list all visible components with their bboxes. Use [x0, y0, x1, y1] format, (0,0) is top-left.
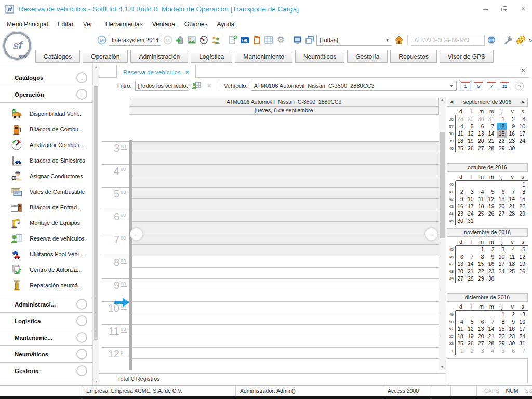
calendar-day[interactable]: 13 — [476, 325, 487, 333]
menu-item-1[interactable]: Menú Principal — [2, 19, 52, 30]
calendar-day[interactable]: 21 — [507, 203, 517, 210]
calendar-day[interactable]: 14 — [466, 260, 476, 268]
toolbar-overflow-button[interactable]: » — [527, 36, 532, 44]
calendar-day[interactable]: 12 — [487, 195, 497, 203]
calendar-day[interactable]: 22 — [517, 203, 528, 210]
calendar-day[interactable]: 2 — [507, 311, 517, 318]
sidebar-item-vales-de-combustible[interactable]: Vales de Combustible — [0, 184, 92, 200]
calendar-day[interactable]: 11 — [476, 195, 487, 203]
calendar-day[interactable]: 16 — [507, 325, 517, 333]
tab-close-icon[interactable]: × — [185, 69, 189, 76]
calendar-day[interactable]: 7 — [487, 318, 497, 326]
calendar-day[interactable]: 2 — [466, 347, 476, 355]
calendar-day[interactable]: 14 — [487, 325, 497, 333]
time-slot[interactable] — [132, 279, 439, 290]
calendar-day[interactable]: 7 — [507, 188, 517, 196]
calendar-day[interactable]: 9 — [507, 318, 517, 326]
calendar-day[interactable]: 4 — [507, 246, 517, 254]
calendar-day[interactable]: 16 — [487, 260, 497, 268]
time-slot[interactable] — [132, 165, 439, 176]
menu-item-6[interactable]: Guiones — [180, 19, 212, 30]
menu-item-5[interactable]: Ventana — [148, 19, 180, 30]
sidebar-section-mantenimie-[interactable]: Mantenimie...↓ — [0, 329, 92, 346]
calendar-day[interactable]: 15 — [497, 325, 507, 333]
module-tab-mantenimiento[interactable]: Mantenimiento — [235, 50, 292, 63]
calendar-day[interactable]: 8 — [476, 253, 487, 261]
menu-item-3[interactable]: Ver — [78, 19, 97, 30]
calendar-day[interactable]: 19 — [466, 137, 476, 145]
m-badge-disabled-icon[interactable]: M — [163, 35, 173, 45]
calendar-day[interactable]: 5 — [466, 123, 476, 130]
calendar-day[interactable]: 6 — [507, 347, 517, 355]
calendar-day[interactable]: 31 — [517, 340, 528, 348]
close-icon[interactable]: × — [520, 6, 527, 12]
menu-item-4[interactable]: Herramientas — [101, 19, 148, 30]
sidebar-section-cat-logos[interactable]: Catálogos↓ — [0, 70, 92, 86]
calendar-day[interactable]: 24 — [497, 268, 507, 275]
calendar-day[interactable]: 9 — [507, 123, 517, 130]
sidebar-item-asignar-conductores[interactable]: Asignar Conductores — [0, 168, 92, 184]
windows-cascade-icon[interactable] — [304, 35, 315, 45]
calendar-day[interactable]: 27 — [476, 340, 487, 348]
calendar-day[interactable]: 24 — [517, 332, 528, 340]
sidebar-item-bitácora-de-entrad[interactable]: Bitácora de Entrad... — [0, 200, 92, 215]
calendar-day[interactable]: 7 — [466, 253, 476, 261]
calendar-day[interactable]: 24 — [466, 210, 476, 218]
calendar-day[interactable]: 17 — [466, 203, 476, 210]
calendar-day[interactable]: 11 — [456, 130, 466, 138]
m-badge-icon[interactable]: M — [97, 35, 107, 45]
calendar-day[interactable]: 14 — [507, 195, 517, 203]
time-slot[interactable] — [132, 233, 439, 245]
calendar-day[interactable]: 6 — [497, 188, 507, 196]
calendar-day[interactable]: 5 — [497, 347, 507, 355]
time-slot[interactable] — [132, 199, 439, 210]
calendar-next-icon[interactable]: ▶ — [522, 99, 525, 106]
calendar-day[interactable]: 28 — [456, 115, 466, 123]
calendar-day[interactable]: 28 — [487, 340, 497, 348]
sidebar-scroll-thumb[interactable] — [94, 86, 98, 340]
calendar-day[interactable]: 26 — [487, 210, 497, 218]
calendar-day[interactable]: 6 — [476, 318, 487, 326]
fuel-can-icon[interactable] — [175, 35, 185, 45]
calendar-day[interactable]: 1 — [476, 246, 487, 254]
calendar-day[interactable]: 20 — [497, 203, 507, 210]
calendar-day[interactable]: 26 — [466, 340, 476, 348]
calendar-day[interactable]: 8 — [517, 188, 528, 196]
calendar-day[interactable]: 23 — [456, 210, 466, 218]
calendar-day[interactable]: 25 — [507, 268, 517, 275]
calendar-day[interactable]: 2 — [507, 115, 517, 123]
calendar-day[interactable]: 19 — [487, 203, 497, 210]
sidebar-section-neum-ticos[interactable]: Neumáticos↓ — [0, 346, 92, 363]
calendar-day[interactable]: 15 — [476, 260, 487, 268]
calendar-day[interactable]: 10 — [517, 318, 528, 326]
calendar-day[interactable]: 1 — [456, 347, 466, 355]
calendar-day[interactable]: 29 — [466, 115, 476, 123]
module-tab-gestor-a[interactable]: Gestoría — [347, 50, 388, 63]
sidebar-item-disponibilidad-vehi[interactable]: Disponibilidad Vehi... — [0, 106, 92, 122]
calendar-day[interactable]: 28 — [507, 210, 517, 218]
calendar-day[interactable]: 4 — [456, 318, 466, 326]
people-group-icon[interactable] — [210, 35, 221, 45]
calendar-day[interactable]: 29 — [517, 210, 528, 218]
scroll-up-icon[interactable]: ▲ — [439, 97, 445, 103]
calendar-day[interactable]: 20 — [476, 332, 487, 340]
sidebar-section-logistica[interactable]: Logistica↓ — [0, 313, 92, 329]
scheduler-scrollbar[interactable]: ▲ ▼ — [439, 97, 446, 370]
calendar-day[interactable]: 25 — [476, 210, 487, 218]
calendar-day[interactable]: 10 — [517, 123, 528, 130]
calendar-day[interactable]: 17 — [517, 325, 528, 333]
calendar-day[interactable]: 11 — [507, 253, 517, 261]
calendar-day[interactable]: 5 — [487, 188, 497, 196]
calendar-day[interactable]: 5 — [466, 318, 476, 326]
doc-new-icon[interactable] — [228, 35, 238, 45]
module-tab-cat-logos[interactable]: Catálogos — [35, 50, 80, 63]
calendar-day[interactable]: 23 — [507, 137, 517, 145]
sidebar-section-gestor-a[interactable]: Gestoría↓ — [0, 363, 92, 379]
time-slot[interactable] — [132, 290, 439, 302]
next-day-button[interactable]: → — [425, 228, 438, 241]
calendar-day[interactable]: 23 — [487, 268, 497, 275]
calendar-day[interactable]: 4 — [456, 123, 466, 130]
sidebar-item-reserva-de-vehículos[interactable]: Reserva de vehículos — [0, 231, 92, 246]
calendar-day[interactable]: 3 — [466, 188, 476, 196]
time-slot[interactable] — [132, 268, 439, 279]
